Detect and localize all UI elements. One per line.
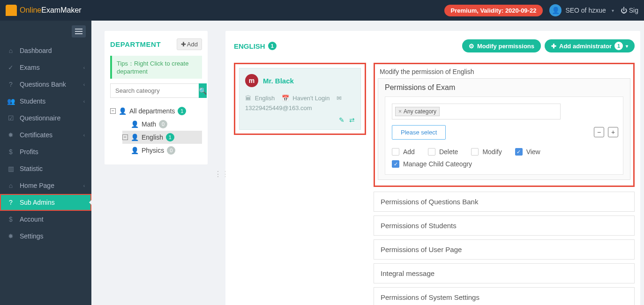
collapse-icon[interactable]: − bbox=[122, 134, 128, 140]
chevron-left-icon: ‹ bbox=[83, 82, 85, 87]
nav-icon: ? bbox=[7, 81, 15, 88]
nav-label: Certificates bbox=[20, 131, 52, 139]
checkbox-add[interactable]: Add bbox=[392, 148, 415, 156]
user-icon: 👤 bbox=[119, 107, 127, 115]
nav-icon: $ bbox=[7, 216, 15, 223]
sidebar-item-certificates[interactable]: ✸Certificates‹ bbox=[0, 126, 91, 143]
admins-panel: ENGLISH 1 ⚙ Modify permissions ✚ Add adm… bbox=[225, 31, 640, 305]
transfer-icon[interactable]: ⇄ bbox=[349, 116, 355, 124]
count-badge: 1 bbox=[166, 133, 174, 141]
power-icon: ⏻ bbox=[621, 7, 627, 14]
collapse-icon[interactable]: − bbox=[110, 108, 116, 114]
count-badge: 1 bbox=[268, 42, 277, 50]
search-input[interactable] bbox=[110, 83, 199, 98]
sidebar: ⌂Dashboard✓Exams‹?Questions Bank‹👥Studen… bbox=[0, 21, 91, 305]
plus-icon: ✚ bbox=[551, 43, 556, 50]
tree-root[interactable]: − 👤 All departments 1 bbox=[110, 104, 202, 118]
checkbox-delete[interactable]: Delete bbox=[428, 148, 458, 156]
nav-label: Home Page bbox=[20, 182, 54, 189]
accordion-permissions-of-system-settings[interactable]: Permissions of System Settings bbox=[374, 287, 635, 305]
nav-label: Profits bbox=[20, 148, 38, 156]
nav-icon: ☑ bbox=[7, 114, 15, 122]
user-menu[interactable]: 👤 SEO of hzxue ▾ bbox=[549, 4, 614, 16]
checkbox-icon: ✓ bbox=[392, 160, 399, 168]
nav-label: Questionnaire bbox=[20, 114, 60, 122]
nav-label: Account bbox=[20, 216, 44, 223]
chevron-left-icon: ‹ bbox=[83, 183, 85, 188]
nav-icon: ✸ bbox=[7, 232, 15, 240]
tree-item-english[interactable]: −👤English1 bbox=[122, 131, 202, 144]
accordion-permissions-of-questions-bank[interactable]: Permissions of Questions Bank bbox=[374, 192, 635, 212]
add-department-button[interactable]: ✚ Add bbox=[177, 38, 202, 50]
nav-label: Settings bbox=[20, 232, 44, 240]
drag-handle-icon[interactable]: ⋮⋮ bbox=[214, 31, 219, 305]
checkbox-modify[interactable]: Modify bbox=[471, 148, 502, 156]
edit-icon[interactable]: ✎ bbox=[339, 116, 344, 124]
category-tagbox[interactable]: × Any category bbox=[392, 104, 561, 119]
signout-link[interactable]: ⏻ Sig bbox=[621, 7, 638, 14]
user-icon: 👤 bbox=[131, 134, 139, 141]
checkbox-manage-child[interactable]: ✓ Manage Child Cateogry bbox=[392, 160, 472, 168]
accordion-permissions-of-user-page[interactable]: Permissions of User Page bbox=[374, 239, 635, 260]
category-tag[interactable]: × Any category bbox=[395, 107, 440, 116]
please-select-button[interactable]: Please select bbox=[392, 125, 446, 140]
logo-icon bbox=[6, 5, 17, 16]
expand-all-icon[interactable]: + bbox=[608, 127, 618, 137]
sidebar-item-sub-admins[interactable]: ?Sub Admins bbox=[0, 194, 91, 211]
checkbox-icon bbox=[471, 148, 479, 156]
mail-icon: ✉ bbox=[337, 95, 342, 102]
sidebar-item-profits[interactable]: $Profits bbox=[0, 143, 91, 160]
search-icon: 🔍 bbox=[199, 87, 207, 95]
tree-item-physics[interactable]: 👤Physics0 bbox=[122, 144, 202, 157]
nav-icon: ✓ bbox=[7, 64, 15, 71]
sidebar-item-dashboard[interactable]: ⌂Dashboard bbox=[0, 42, 91, 59]
sidebar-item-questionnaire[interactable]: ☑Questionnaire bbox=[0, 110, 91, 126]
admin-meta: 🏛 English 📅 Haven't Login ✉ 13229425449@… bbox=[245, 94, 355, 113]
collapse-all-icon[interactable]: − bbox=[594, 127, 604, 137]
permission-highlight: Modify the permission of English Permiss… bbox=[374, 63, 635, 187]
admin-card[interactable]: m Mr. Black 🏛 English 📅 Haven't Login ✉ bbox=[239, 68, 361, 130]
department-panel: DEPARTMENT ✚ Add Tips：Right Click to cre… bbox=[105, 31, 208, 164]
sidebar-item-account[interactable]: $Account bbox=[0, 211, 91, 228]
main-content: DEPARTMENT ✚ Add Tips：Right Click to cre… bbox=[91, 21, 644, 305]
permission-heading: Modify the permission of English bbox=[378, 66, 630, 78]
nav-label: Students bbox=[20, 97, 45, 105]
user-icon: 👤 bbox=[131, 120, 139, 128]
admin-avatar-icon: m bbox=[245, 74, 258, 87]
nav-label: Sub Admins bbox=[20, 199, 55, 206]
chevron-left-icon: ‹ bbox=[83, 65, 85, 70]
nav-icon: 👥 bbox=[7, 97, 15, 105]
search-button[interactable]: 🔍 bbox=[199, 83, 207, 98]
sidebar-item-settings[interactable]: ✸Settings bbox=[0, 228, 91, 245]
remove-tag-icon[interactable]: × bbox=[398, 108, 402, 115]
sidebar-item-home-page[interactable]: ⌂Home Page‹ bbox=[0, 177, 91, 194]
sidebar-item-exams[interactable]: ✓Exams‹ bbox=[0, 59, 91, 76]
hamburger-icon[interactable] bbox=[72, 25, 86, 37]
sidebar-toggle-row bbox=[0, 21, 91, 42]
nav-label: Exams bbox=[20, 64, 40, 71]
admin-name: Mr. Black bbox=[263, 77, 294, 85]
count-badge: 0 bbox=[159, 120, 167, 128]
sidebar-item-questions-bank[interactable]: ?Questions Bank‹ bbox=[0, 76, 91, 93]
sidebar-item-statistic[interactable]: ▥Statistic bbox=[0, 160, 91, 177]
tip-box: Tips：Right Click to create department bbox=[110, 56, 202, 79]
nav-icon: ⌂ bbox=[7, 182, 15, 189]
modify-permissions-button[interactable]: ⚙ Modify permissions bbox=[462, 39, 541, 52]
checkbox-view[interactable]: ✓ View bbox=[515, 148, 540, 156]
count-badge: 1 bbox=[178, 107, 186, 115]
panel-title: ENGLISH 1 bbox=[234, 42, 277, 50]
add-administrator-button[interactable]: ✚ Add administrator 1 ▾ bbox=[545, 39, 635, 52]
nav-icon: ⌂ bbox=[7, 47, 15, 54]
checkbox-icon bbox=[392, 148, 399, 156]
accordion-integral-message[interactable]: Integral message bbox=[374, 263, 635, 283]
permission-section-exam: Permissions of Exam × Any category Pleas… bbox=[378, 78, 630, 180]
premium-badge[interactable]: Premium, Validity: 2020-09-22 bbox=[444, 5, 543, 16]
accordion-permissions-of-students[interactable]: Permissions of Students bbox=[374, 216, 635, 236]
chevron-down-icon: ▾ bbox=[626, 44, 628, 49]
tree-item-math[interactable]: 👤Math0 bbox=[122, 118, 202, 131]
department-title: DEPARTMENT bbox=[110, 40, 161, 48]
sidebar-item-students[interactable]: 👥Students‹ bbox=[0, 93, 91, 110]
header-right: Premium, Validity: 2020-09-22 👤 SEO of h… bbox=[444, 4, 638, 16]
chevron-down-icon: ▾ bbox=[612, 8, 614, 13]
brand-logo[interactable]: OnlineExamMaker bbox=[6, 5, 82, 16]
